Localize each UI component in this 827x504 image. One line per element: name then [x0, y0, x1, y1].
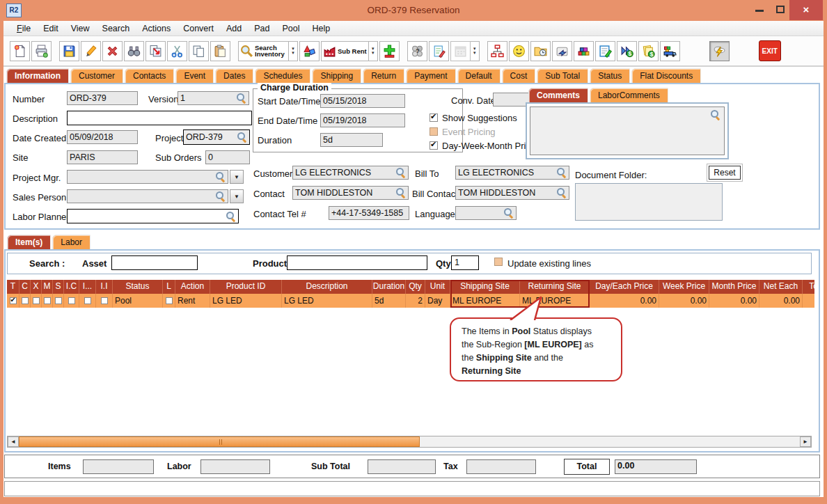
bill-to-field[interactable]: LG ELECTRONICS	[455, 166, 569, 180]
column-header-shipping-site[interactable]: Shipping Site	[450, 280, 520, 294]
scroll-right-button[interactable]	[800, 436, 811, 447]
sub-rent-dropdown[interactable]: ▼▼	[369, 41, 378, 61]
find-binoculars-button[interactable]	[124, 41, 144, 61]
description-field[interactable]	[67, 111, 252, 125]
project-mgr-dropdown[interactable]: ▼	[230, 170, 244, 184]
tab-cost[interactable]: Cost	[502, 68, 536, 83]
column-header-qty[interactable]: Qty	[406, 280, 425, 294]
column-header-action[interactable]: Action	[175, 280, 210, 294]
column-header-day-each-price[interactable]: Day/Each Price	[590, 280, 659, 294]
row-checkbox-m[interactable]	[44, 297, 51, 304]
horizontal-scrollbar[interactable]	[7, 436, 812, 448]
sales-person-lookup-icon[interactable]	[216, 191, 226, 201]
tab-labor[interactable]: Labor	[52, 235, 90, 249]
notes-button[interactable]	[429, 41, 449, 61]
column-header-t[interactable]: T	[7, 280, 19, 294]
menu-file[interactable]: File	[10, 24, 37, 33]
edit-pencil-button[interactable]	[81, 41, 101, 61]
tab-payment[interactable]: Payment	[406, 68, 455, 83]
tab-status[interactable]: Status	[590, 68, 630, 83]
cut-button[interactable]	[167, 41, 187, 61]
menu-help[interactable]: Help	[306, 24, 337, 33]
history-folder-button[interactable]	[530, 41, 551, 61]
project-field[interactable]: ORD-379	[183, 129, 250, 145]
column-header-status[interactable]: Status	[113, 280, 163, 294]
search-inventory-dropdown[interactable]: ▼▼	[289, 41, 298, 61]
project-mgr-field[interactable]	[67, 170, 228, 184]
menu-actions[interactable]: Actions	[136, 24, 177, 33]
checkbox-show-suggestions[interactable]	[430, 113, 438, 122]
column-header-i-i[interactable]: I.I	[96, 280, 113, 294]
row-checkbox-t[interactable]	[10, 297, 17, 304]
row-checkbox-i-c[interactable]	[68, 297, 75, 304]
column-header-i[interactable]: I...	[79, 280, 96, 294]
reset-button[interactable]: Reset	[709, 166, 741, 180]
tab-item-s[interactable]: Item(s)	[7, 235, 51, 249]
tab-flat-discounts[interactable]: Flat Discounts	[631, 68, 701, 83]
site-field[interactable]: PARIS	[67, 150, 138, 164]
tab-dates[interactable]: Dates	[215, 68, 253, 83]
column-header-total[interactable]: Total	[803, 280, 814, 294]
version-field[interactable]: 1	[178, 91, 249, 105]
invoice-money-button[interactable]: $	[638, 41, 659, 61]
lightning-actions-button[interactable]	[709, 41, 730, 61]
column-header-i-c[interactable]: I.C	[64, 280, 79, 294]
date-created-field[interactable]: 05/09/2018	[67, 130, 138, 144]
number-field[interactable]: ORD-379	[67, 91, 138, 105]
customer-lookup-icon[interactable]	[396, 168, 406, 178]
exit-button[interactable]: EXIT	[759, 40, 781, 61]
new-document-button[interactable]	[10, 41, 30, 61]
column-header-returning-site[interactable]: Returning Site	[520, 280, 590, 294]
column-header-description[interactable]: Description	[282, 280, 372, 294]
contact-tel-field[interactable]: +44-17-5349-1585	[329, 206, 409, 220]
column-header-month-price[interactable]: Month Price	[709, 280, 759, 294]
row-checkbox-x[interactable]	[33, 297, 40, 304]
export-document-button[interactable]	[145, 41, 166, 61]
truck-delivery-button[interactable]	[660, 41, 680, 61]
qty-input[interactable]: 1	[451, 255, 479, 270]
column-header-duration[interactable]: Duration	[372, 280, 406, 294]
tab-return[interactable]: Return	[363, 68, 404, 83]
tab-information[interactable]: Information	[6, 68, 69, 83]
checkbox-event-pricing[interactable]	[430, 127, 438, 136]
checkbox-day-week-month-pricing[interactable]	[430, 141, 438, 150]
bill-to-lookup-icon[interactable]	[557, 168, 567, 178]
update-existing-lines-checkbox[interactable]	[494, 258, 503, 266]
duration-field[interactable]: 5d	[320, 133, 383, 147]
tab-comments[interactable]: Comments	[528, 88, 588, 102]
row-checkbox-i-i[interactable]	[101, 297, 108, 304]
project-lookup-icon[interactable]	[237, 132, 247, 142]
scroll-left-button[interactable]	[8, 436, 19, 447]
column-header-m[interactable]: M	[42, 280, 53, 294]
end-date-field[interactable]: 05/19/2018	[320, 113, 405, 127]
bill-contact-lookup-icon[interactable]	[557, 188, 567, 198]
asset-search-input[interactable]	[111, 255, 198, 270]
sub-orders-field[interactable]: 0	[205, 150, 250, 164]
sales-person-field[interactable]	[67, 189, 228, 203]
column-header-week-price[interactable]: Week Price	[659, 280, 709, 294]
tab-default[interactable]: Default	[457, 68, 501, 83]
edit-document-button[interactable]	[595, 41, 615, 61]
menu-pad[interactable]: Pad	[248, 24, 276, 33]
row-checkbox-i[interactable]	[84, 297, 91, 304]
search-inventory-button[interactable]: Search Inventory	[238, 41, 289, 61]
save-button[interactable]	[59, 41, 79, 61]
row-checkbox-l[interactable]	[166, 297, 173, 304]
tab-sub-total[interactable]: Sub Total	[537, 68, 588, 83]
contact-lookup-icon[interactable]	[396, 188, 406, 198]
column-header-unit[interactable]: Unit	[425, 280, 450, 294]
column-header-l[interactable]: L	[163, 280, 175, 294]
row-checkbox-c[interactable]	[22, 297, 29, 304]
menu-convert[interactable]: Convert	[177, 24, 220, 33]
add-item-button[interactable]	[379, 41, 400, 61]
calendar-dropdown[interactable]: ▼▼	[471, 41, 480, 61]
contact-field[interactable]: TOM HIDDLESTON	[292, 186, 409, 200]
menu-edit[interactable]: Edit	[37, 24, 65, 33]
tab-customer[interactable]: Customer	[70, 68, 123, 83]
scrollbar-thumb[interactable]	[19, 436, 420, 447]
maximize-button[interactable]	[771, 0, 789, 20]
labor-planner-field[interactable]	[67, 209, 239, 223]
comments-lookup-icon[interactable]	[711, 110, 720, 120]
tab-laborcomments[interactable]: LaborComments	[590, 88, 668, 102]
shapes-3d-button[interactable]	[299, 41, 320, 61]
